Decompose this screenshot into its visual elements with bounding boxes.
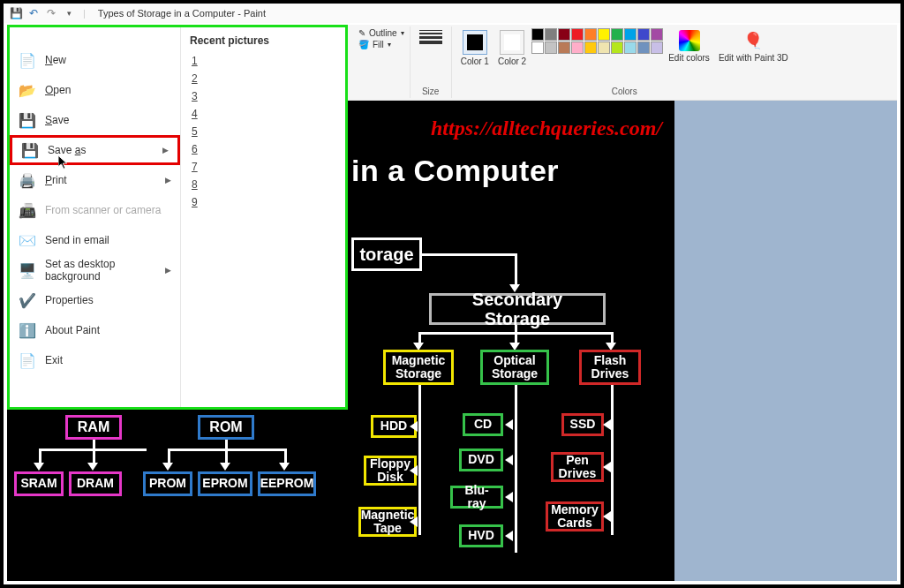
size-group: Size (411, 26, 452, 98)
color1-label: Color 1 (461, 57, 489, 66)
edit-colors-button[interactable]: Edit colors (665, 28, 713, 64)
palette-swatch[interactable] (545, 28, 557, 41)
file-menu-left: 📄New📂Open💾Save💾Save as▶🖨️Print▶📠From sca… (10, 27, 181, 407)
palette-swatch[interactable] (531, 28, 544, 41)
recent-item[interactable]: 5 (190, 123, 336, 140)
outline-dropdown[interactable]: ✎ Outline ▾ (358, 28, 404, 38)
edit-3d-button[interactable]: 🎈 Edit with Paint 3D (715, 28, 792, 64)
file-menu-new[interactable]: 📄New (10, 45, 180, 75)
palette-swatch[interactable] (584, 41, 597, 54)
arrowhead-icon (220, 463, 230, 471)
arrowhead-icon (410, 465, 418, 476)
undo-icon[interactable]: ↶ (26, 6, 41, 20)
file-menu-exit[interactable]: 📄Exit (10, 345, 180, 375)
file-menu-open[interactable]: 📂Open (10, 75, 180, 105)
connector (418, 385, 421, 535)
file-menu-item-label: Set as desktop background (45, 258, 156, 283)
save-icon: 💾 (19, 111, 36, 129)
recent-item[interactable]: 7 (190, 158, 336, 176)
file-menu-desktop[interactable]: 🖥️Set as desktop background▶ (10, 255, 180, 285)
file-menu-saveas[interactable]: 💾Save as▶ (10, 135, 180, 165)
recent-item[interactable]: 9 (190, 193, 336, 211)
recent-item[interactable]: 4 (190, 105, 336, 123)
box-optical-storage: Optical Storage (480, 350, 549, 385)
palette-swatch[interactable] (558, 41, 570, 54)
file-menu-item-label: Exit (45, 354, 63, 366)
redo-icon[interactable]: ↷ (44, 6, 58, 20)
quick-access-toolbar: 💾 ↶ ↷ ▾ | (4, 6, 89, 20)
scanner-icon: 📠 (19, 201, 36, 219)
bucket-icon: 🪣 (358, 40, 369, 49)
palette-swatch[interactable] (611, 41, 623, 54)
fill-dropdown[interactable]: 🪣 Fill ▾ (358, 40, 404, 49)
palette-swatch[interactable] (651, 41, 663, 54)
file-menu-item-label: Print (45, 174, 67, 186)
edit-colors-label: Edit colors (668, 53, 710, 63)
properties-icon: ✔️ (19, 291, 36, 309)
paint3d-icon: 🎈 (742, 30, 764, 51)
palette-swatch[interactable] (598, 28, 610, 41)
file-menu-item-label: Properties (45, 294, 94, 306)
title-bar: 💾 ↶ ↷ ▾ | Types of Storage in a Computer… (4, 4, 900, 23)
color-palette[interactable] (531, 28, 663, 54)
arrowhead-icon (505, 419, 513, 430)
recent-pictures-list: 123456789 (190, 52, 336, 211)
palette-swatch[interactable] (624, 41, 637, 54)
palette-swatch[interactable] (651, 28, 663, 41)
palette-swatch[interactable] (598, 41, 610, 54)
connector (422, 253, 517, 256)
edit-3d-label: Edit with Paint 3D (719, 53, 788, 63)
group-label (380, 87, 382, 96)
palette-swatch[interactable] (611, 28, 623, 41)
color2-button[interactable]: Color 2 (494, 28, 530, 68)
palette-swatch[interactable] (531, 41, 544, 54)
qat-dropdown-icon[interactable]: ▾ (62, 6, 76, 20)
file-menu-properties[interactable]: ✔️Properties (10, 285, 180, 315)
box-dram: DRAM (69, 471, 122, 496)
file-menu-item-label: Send in email (45, 234, 109, 246)
file-menu-save[interactable]: 💾Save (10, 105, 180, 135)
recent-item[interactable]: 1 (190, 52, 336, 70)
palette-swatch[interactable] (545, 41, 557, 54)
arrowhead-icon (410, 516, 418, 527)
ribbon: ✎ Outline ▾ 🪣 Fill ▾ Size Color 1 (348, 25, 897, 101)
fill-label: Fill (373, 40, 384, 49)
recent-item[interactable]: 2 (190, 70, 336, 87)
save-icon[interactable]: 💾 (9, 6, 23, 20)
box-ram: RAM (65, 415, 122, 440)
palette-swatch[interactable] (571, 41, 584, 54)
palette-swatch[interactable] (571, 28, 584, 41)
palette-swatch[interactable] (637, 28, 650, 41)
file-menu-about[interactable]: ℹ️About Paint (10, 315, 180, 345)
box-bluray: Blu-ray (450, 486, 503, 509)
recent-item[interactable]: 6 (190, 140, 336, 158)
separator: | (83, 8, 86, 19)
file-menu-item-label: About Paint (45, 324, 100, 336)
palette-swatch[interactable] (584, 28, 597, 41)
connector (611, 385, 614, 535)
size-dropdown[interactable] (416, 28, 446, 46)
box-cd: CD (463, 413, 503, 436)
palette-swatch[interactable] (637, 41, 650, 54)
file-menu-print[interactable]: 🖨️Print▶ (10, 165, 180, 195)
box-storage: torage (351, 237, 422, 271)
box-magnetic-tape: Magnetic Tape (358, 507, 417, 537)
file-menu-email[interactable]: ✉️Send in email (10, 225, 180, 255)
palette-swatch[interactable] (624, 28, 637, 41)
file-menu-item-label: Save (45, 114, 69, 126)
arrowhead-icon (162, 463, 173, 471)
box-floppy-disk: Floppy Disk (364, 456, 417, 486)
box-dvd: DVD (459, 449, 503, 471)
color1-button[interactable]: Color 1 (457, 28, 493, 68)
recent-item[interactable]: 3 (190, 87, 336, 105)
file-menu-item-label: Save as (48, 144, 86, 156)
open-icon: 📂 (19, 81, 36, 99)
palette-swatch[interactable] (558, 28, 570, 41)
color2-label: Color 2 (498, 57, 526, 66)
box-eprom: EPROM (198, 471, 252, 496)
shapes-group: ✎ Outline ▾ 🪣 Fill ▾ (353, 26, 411, 98)
file-menu-item-label: Open (45, 84, 71, 96)
connector (515, 253, 517, 286)
recent-item[interactable]: 8 (190, 176, 336, 193)
arrowhead-icon (603, 462, 611, 472)
